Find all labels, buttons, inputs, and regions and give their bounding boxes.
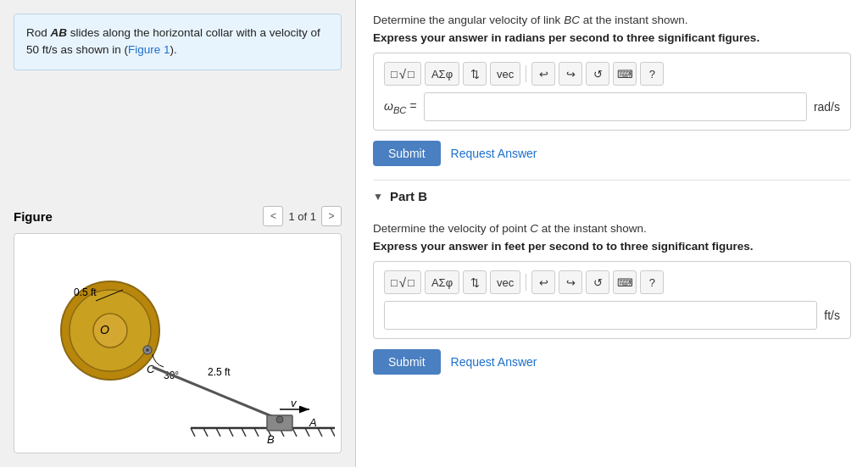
part-a-redo-btn[interactable]: ↪ (559, 62, 582, 86)
problem-text-box: Rod AB slides along the horizontal colla… (14, 14, 342, 70)
part-b-action-row: Submit Request Answer (373, 349, 851, 375)
part-a-arrows-btn[interactable]: ⇅ (463, 62, 487, 86)
arrows-icon-b: ⇅ (470, 276, 480, 289)
part-b-help-btn[interactable]: ? (640, 270, 664, 294)
figure-count: 1 of 1 (288, 210, 316, 223)
redo-icon-b: ↪ (566, 276, 576, 289)
part-b-input-row: ft/s (384, 301, 840, 330)
part-b-sigma-btn[interactable]: ΑΣφ (425, 270, 459, 294)
left-panel: Rod AB slides along the horizontal colla… (0, 0, 356, 467)
keyboard-icon-b: ⌨ (617, 276, 633, 289)
svg-line-17 (242, 428, 246, 436)
refresh-icon: ↺ (593, 68, 603, 81)
part-a-help-btn[interactable]: ? (640, 62, 664, 86)
part-b-toolbar: □ √ □ ΑΣφ ⇅ vec ↩ ↪ (384, 270, 840, 294)
part-b-description: Determine the velocity of point C at the… (373, 222, 851, 235)
part-b-unit: ft/s (824, 309, 840, 322)
part-b-instruction: Express your answer in feet per second t… (373, 240, 851, 253)
vec-label: vec (497, 68, 514, 81)
figure-prev-button[interactable]: < (263, 206, 283, 226)
svg-point-26 (276, 416, 283, 423)
sigma-label: ΑΣφ (431, 68, 453, 81)
part-a-unit: rad/s (814, 100, 840, 114)
svg-text:O: O (100, 323, 109, 336)
svg-point-2 (93, 314, 127, 347)
figure-label: Figure (14, 209, 53, 224)
right-panel: Determine the angular velocity of link B… (356, 0, 868, 467)
arrows-icon: ⇅ (470, 68, 480, 81)
figure-image: O 0.5 ft C 30° 2.5 ft (14, 233, 342, 453)
svg-line-22 (305, 428, 309, 436)
figure-section: Figure < 1 of 1 > O 0.5 ft (14, 206, 342, 453)
svg-point-7 (146, 348, 149, 352)
toolbar-sep-1 (526, 65, 526, 82)
svg-text:B: B (267, 433, 275, 446)
svg-line-13 (191, 428, 195, 436)
undo-icon-b: ↩ (539, 276, 548, 289)
part-a-input-row: ωBC = rad/s (384, 92, 840, 121)
figure-svg: O 0.5 ft C 30° 2.5 ft (21, 233, 335, 453)
svg-line-23 (318, 428, 322, 436)
svg-line-14 (203, 428, 208, 436)
part-a-section: Determine the angular velocity of link B… (373, 14, 851, 166)
part-b-arrows-btn[interactable]: ⇅ (463, 270, 487, 294)
part-b-chevron-icon[interactable]: ▼ (373, 191, 383, 203)
part-a-description: Determine the angular velocity of link B… (373, 14, 851, 26)
svg-text:0.5 ft: 0.5 ft (74, 286, 97, 298)
placeholder-icon: □ (408, 68, 415, 81)
svg-line-24 (331, 428, 335, 436)
part-b-submit-button[interactable]: Submit (373, 349, 441, 375)
part-a-undo-btn[interactable]: ↩ (531, 62, 555, 86)
part-a-keyboard-btn[interactable]: ⌨ (613, 62, 637, 86)
part-a-instruction: Express your answer in radians per secon… (373, 31, 851, 44)
part-b-request-answer-link[interactable]: Request Answer (451, 355, 537, 369)
figure1-link[interactable]: Figure 1 (128, 43, 170, 56)
keyboard-icon: ⌨ (617, 68, 633, 81)
part-b-refresh-btn[interactable]: ↺ (586, 270, 609, 294)
part-b-redo-btn[interactable]: ↪ (559, 270, 582, 294)
sqrt-icon: √ (399, 67, 406, 81)
part-a-request-answer-link[interactable]: Request Answer (451, 147, 537, 160)
fractions-icon: □ (391, 68, 398, 81)
rod-ab-label: AB (51, 26, 68, 39)
part-b-title: Part B (390, 189, 427, 203)
svg-text:A: A (309, 416, 317, 429)
svg-line-15 (216, 428, 220, 436)
part-a-action-row: Submit Request Answer (373, 141, 851, 166)
part-a-submit-button[interactable]: Submit (373, 141, 441, 166)
fractions-icon-b: □ (391, 276, 398, 289)
svg-line-16 (229, 428, 233, 436)
part-b-vec-btn[interactable]: vec (490, 270, 520, 294)
placeholder-icon-b: □ (408, 276, 415, 289)
sqrt-icon-b: √ (399, 275, 406, 290)
part-b-undo-btn[interactable]: ↩ (531, 270, 555, 294)
part-a-answer-input[interactable] (424, 92, 807, 121)
svg-text:C: C (147, 363, 155, 375)
help-icon: ? (649, 68, 655, 81)
part-a-sigma-btn[interactable]: ΑΣφ (425, 62, 459, 86)
part-a-fractions-btn[interactable]: □ √ □ (384, 62, 421, 86)
part-b-keyboard-btn[interactable]: ⌨ (613, 270, 637, 294)
figure-next-button[interactable]: > (321, 206, 342, 226)
undo-icon: ↩ (539, 68, 548, 81)
svg-text:v: v (291, 397, 298, 409)
figure-header: Figure < 1 of 1 > (14, 206, 342, 226)
svg-text:2.5 ft: 2.5 ft (208, 366, 231, 378)
part-b-fractions-btn[interactable]: □ √ □ (384, 270, 421, 294)
figure-nav: < 1 of 1 > (263, 206, 342, 226)
toolbar-sep-2 (526, 274, 526, 291)
help-icon-b: ? (649, 276, 655, 289)
part-a-input-label: ωBC = (384, 99, 417, 115)
part-b-answer-input[interactable] (384, 301, 817, 330)
redo-icon: ↪ (566, 68, 576, 81)
refresh-icon-b: ↺ (593, 276, 603, 289)
part-b-section: ▼ Part B Determine the velocity of point… (373, 180, 851, 375)
svg-line-18 (254, 428, 259, 436)
part-a-vec-btn[interactable]: vec (490, 62, 520, 86)
sigma-label-b: ΑΣφ (431, 276, 453, 289)
part-b-header: ▼ Part B (373, 180, 851, 212)
vec-label-b: vec (497, 276, 514, 289)
part-a-refresh-btn[interactable]: ↺ (586, 62, 609, 86)
part-b-answer-box: □ √ □ ΑΣφ ⇅ vec ↩ ↪ (373, 261, 851, 339)
part-a-toolbar: □ √ □ ΑΣφ ⇅ vec ↩ ↪ (384, 62, 840, 86)
